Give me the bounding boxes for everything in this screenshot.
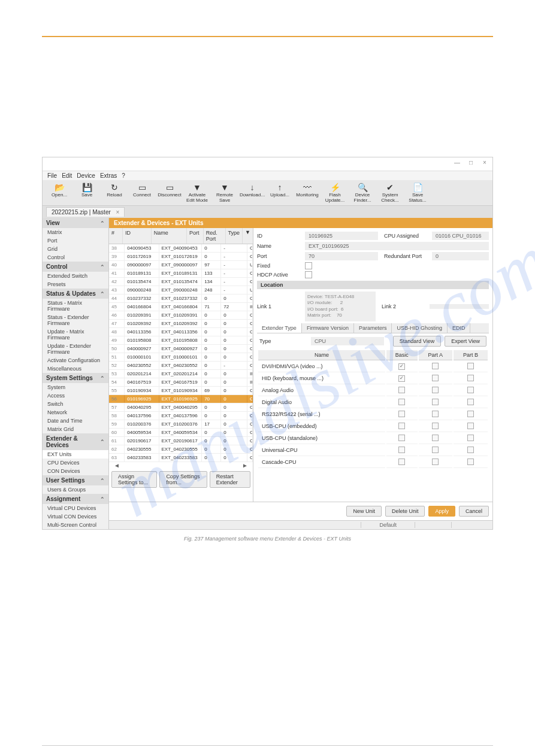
sidebar-item-status-matrix-firmware[interactable]: Status - Matrix Firmware	[43, 299, 108, 313]
table-row[interactable]: 49010195808EXT_01019580800CON	[109, 336, 253, 345]
feature-checkbox[interactable]	[432, 435, 439, 441]
table-row[interactable]: 61020190617EXT_02019061700CON	[109, 437, 253, 445]
toolbar-upload-[interactable]: ↑Upload...	[267, 183, 293, 203]
sidebar-item-extended-switch[interactable]: Extended Switch	[43, 272, 108, 280]
table-row[interactable]: 54040167519EXT_04016751900IF CPU	[109, 378, 253, 387]
new-unit-button[interactable]: New Unit	[346, 506, 382, 517]
sidebar-header-control[interactable]: Control⌃	[43, 262, 108, 272]
sidebar-item-miscellaneous[interactable]: Miscellaneous	[43, 365, 108, 373]
toolbar-open-[interactable]: 📂Open...	[46, 183, 72, 203]
feature-checkbox[interactable]	[432, 399, 439, 405]
table-row[interactable]: 48040113356EXT_04011335600CON	[109, 328, 253, 336]
feature-checkbox[interactable]	[467, 459, 474, 465]
toolbar-device-finder-[interactable]: 🔍Device Finder...	[349, 183, 376, 203]
feature-checkbox[interactable]	[432, 387, 439, 393]
feature-checkbox[interactable]	[432, 411, 439, 417]
minimize-icon[interactable]: —	[453, 159, 461, 168]
col-num[interactable]: #	[109, 228, 123, 244]
close-icon[interactable]: ×	[480, 159, 489, 168]
tab-document[interactable]: 20220215.zip | Master ×	[46, 207, 125, 217]
menu-?[interactable]: ?	[122, 172, 125, 179]
sidebar-header-user-settings[interactable]: User Settings⌃	[43, 475, 108, 485]
standard-view-button[interactable]: Standard View	[393, 336, 441, 347]
copy-settings-from--button[interactable]: Copy Settings from...	[159, 471, 207, 488]
col-port[interactable]: Port	[187, 228, 204, 244]
toolbar-connect[interactable]: ▭Connect	[129, 183, 155, 203]
sidebar-header-status-updates[interactable]: Status & Updates⌃	[43, 289, 108, 299]
table-row[interactable]: 53020201214EXT_02020121400IF CPU	[109, 370, 253, 378]
sidebar-item-users-groups[interactable]: Users & Groups	[43, 485, 108, 494]
table-row[interactable]: 39010172619EXT_0101726190-CPU	[109, 253, 253, 261]
feature-checkbox[interactable]	[432, 423, 439, 429]
menu-edit[interactable]: Edit	[62, 172, 72, 179]
sidebar-item-cpu-devices[interactable]: CPU Devices	[43, 459, 108, 467]
menu-file[interactable]: File	[47, 172, 57, 179]
sidebar-item-access[interactable]: Access	[43, 391, 108, 400]
table-row[interactable]: 44010237332EXT_01023733200CPU	[109, 294, 253, 303]
toolbar-save-status-[interactable]: 📄Save Status...	[404, 183, 431, 203]
tab-parameters[interactable]: Parameters	[354, 323, 392, 333]
sidebar-item-multi-screen-control[interactable]: Multi-Screen Control	[43, 521, 108, 529]
toolbar-flash-update-[interactable]: ⚡Flash Update...	[322, 183, 348, 203]
feature-checkbox[interactable]	[432, 459, 439, 465]
sidebar-item-virtual-cpu-devices[interactable]: Virtual CPU Devices	[43, 504, 108, 512]
table-row[interactable]: 59010200376EXT_010200376170CPU	[109, 420, 253, 429]
table-row[interactable]: 45040166804EXT_0401668047172IF CPU	[109, 303, 253, 311]
hdcp-checkbox[interactable]	[305, 271, 312, 278]
feature-checkbox[interactable]	[398, 387, 405, 393]
sidebar-item-control[interactable]: Control	[43, 253, 108, 262]
sidebar-item-ext-units[interactable]: EXT Units	[43, 450, 108, 459]
feature-checkbox[interactable]	[467, 363, 474, 369]
table-scroll[interactable]: ◄►	[109, 462, 253, 469]
toolbar-remote-save[interactable]: ▼Remote Save	[211, 183, 238, 203]
tab-usb-hid-ghosting[interactable]: USB-HID Ghosting	[392, 323, 448, 333]
maximize-icon[interactable]: □	[467, 159, 475, 168]
sidebar-item-update-matrix-firmware[interactable]: Update - Matrix Firmware	[43, 327, 108, 342]
redundant-port-field[interactable]: 0	[432, 252, 489, 260]
cpu-assigned-field[interactable]: 01016 CPU_01016	[432, 232, 489, 240]
feature-checkbox[interactable]	[432, 375, 439, 381]
sidebar-item-update-extender-firmware[interactable]: Update - Extender Firmware	[43, 342, 108, 356]
table-row[interactable]: 56010196925EXT_010196925700CPU	[109, 395, 253, 403]
col-id[interactable]: ID	[123, 228, 152, 244]
table-row[interactable]: 42010135474EXT_010135474134-CON	[109, 278, 253, 286]
feature-checkbox[interactable]	[467, 387, 474, 393]
sidebar-header-system-settings[interactable]: System Settings⌃	[43, 373, 108, 383]
sidebar-item-switch[interactable]: Switch	[43, 400, 108, 408]
feature-checkbox[interactable]	[398, 435, 405, 441]
table-row[interactable]: 62040230555EXT_04023055500CON	[109, 445, 253, 454]
table-row[interactable]: 52040230552EXT_0402305520-CON	[109, 362, 253, 370]
table-row[interactable]: 55010190934EXT_010190934690CPU	[109, 387, 253, 395]
feature-checkbox[interactable]	[398, 459, 405, 465]
table-row[interactable]: 43090000248EXT_090000248248-USB 2.0 CPU	[109, 286, 253, 294]
sidebar-header-extender-devices[interactable]: Extender & Devices⌃	[43, 433, 108, 450]
table-row[interactable]: 63040233583EXT_04023358300CON	[109, 454, 253, 462]
toolbar-download-[interactable]: ↓Download...	[239, 183, 265, 203]
table-row[interactable]: 41010189131EXT_010189131133-CON	[109, 269, 253, 278]
sidebar-item-matrix-grid[interactable]: Matrix Grid	[43, 425, 108, 433]
feature-checkbox[interactable]	[398, 363, 405, 370]
restart-extender-button[interactable]: Restart Extender	[210, 471, 250, 488]
expert-view-button[interactable]: Expert View	[445, 336, 486, 347]
sidebar-item-matrix[interactable]: Matrix	[43, 228, 108, 236]
table-row[interactable]: 58040137596EXT_04013759600CPU	[109, 412, 253, 420]
feature-checkbox[interactable]	[467, 435, 474, 441]
table-row[interactable]: 46010209391EXT_01020939100CON	[109, 311, 253, 320]
col-name[interactable]: Name	[152, 228, 187, 244]
tab-firmware-version[interactable]: Firmware Version	[302, 323, 354, 333]
feature-checkbox[interactable]	[398, 411, 405, 417]
feature-checkbox[interactable]	[398, 423, 405, 429]
toolbar-monitoring[interactable]: 〰Monitoring	[294, 183, 321, 203]
sidebar-item-grid[interactable]: Grid	[43, 245, 108, 253]
tab-close-icon[interactable]: ×	[116, 209, 120, 215]
table-row[interactable]: 57040040295EXT_04004029500CON	[109, 403, 253, 412]
toolbar-activate-edit-mode[interactable]: ▼Activate Edit Mode	[184, 183, 210, 203]
name-field[interactable]: EXT_010196925	[305, 242, 489, 250]
sidebar-header-assignment[interactable]: Assignment⌃	[43, 494, 108, 504]
toolbar-save[interactable]: 💾Save	[74, 183, 100, 203]
fixed-checkbox[interactable]	[305, 262, 312, 269]
feature-checkbox[interactable]	[467, 423, 474, 429]
sidebar-item-date-and-time[interactable]: Date and Time	[43, 417, 108, 425]
col-redport[interactable]: Red. Port	[204, 228, 226, 244]
toolbar-disconnect[interactable]: ▭Disconnect	[156, 183, 183, 203]
